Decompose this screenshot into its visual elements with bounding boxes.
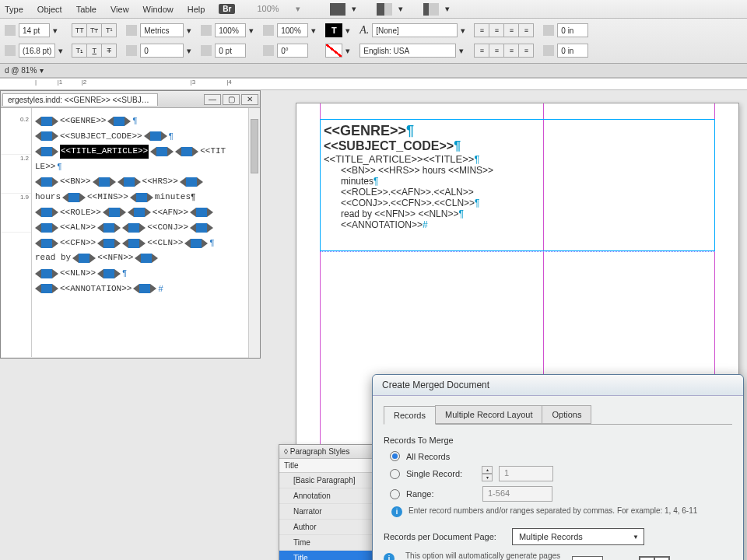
menu-view[interactable]: View [110,5,129,14]
radio-range[interactable] [390,489,400,499]
view-dropdown-arrow[interactable]: ▾ [352,4,356,14]
align-left-button[interactable]: ≡ [474,23,489,37]
story-editor-window: ergestyles.indd: <<GENRE>> <<SUBJECT... … [0,90,261,359]
minimize-button[interactable]: — [204,94,221,105]
font-size-field[interactable]: 14 pt [19,23,50,37]
page-line-readby: read by <<NFN>> <<NLN>>¶ [324,208,711,219]
scrollbar-thumb[interactable] [251,119,258,173]
range-field[interactable]: 1-564 [482,486,552,502]
dropdown-arrow[interactable]: ▾ [345,46,350,56]
tracking-icon [126,45,137,56]
language-field[interactable]: English: USA [359,44,456,58]
tracking-field[interactable]: 0 [140,44,184,58]
dropdown-arrow[interactable]: ▾ [187,46,191,56]
kerning-icon [126,25,137,36]
scrollbar-vertical[interactable] [248,108,260,358]
menu-help[interactable]: Help [188,5,205,14]
strikethrough-button[interactable]: T [101,44,117,58]
style-item[interactable]: Time [279,535,379,551]
hscale-field[interactable]: 100% [277,23,308,37]
tab-multiple-record-layout[interactable]: Multiple Record Layout [435,405,543,424]
bridge-button[interactable]: Br [219,4,235,14]
layout-hint-text: This option will automatically generate … [405,551,561,560]
all-caps-button[interactable]: TT [72,23,87,37]
info-icon: i [391,506,402,517]
zoom-level-label[interactable]: d @ 81% [5,66,37,75]
maximize-button[interactable]: ▢ [223,94,240,105]
radio-all-records[interactable] [390,451,400,461]
dropdown-arrow[interactable]: ▾ [345,26,350,36]
indent-right-field[interactable]: 0 in [557,44,588,58]
dialog-title[interactable]: Create Merged Document [373,375,743,396]
justify-all-button[interactable]: ≡ [518,44,534,58]
justify-center-button[interactable]: ≡ [489,44,504,58]
vscale-icon [201,25,212,36]
zoom-dropdown-arrow[interactable]: ▾ [40,66,44,75]
superscript-button[interactable]: T¹ [101,23,117,37]
dropdown-arrow[interactable]: ▾ [187,26,191,36]
view-dropdown-arrow-2[interactable]: ▾ [398,4,403,14]
menu-table[interactable]: Table [76,5,96,14]
menu-type[interactable]: Type [5,5,23,14]
indent-right-icon [543,45,554,56]
view-dropdown-arrow-3[interactable]: ▾ [445,4,450,14]
text-frame[interactable]: <<GENRE>>¶ <<SUBJECT_CODE>>¶ <<TITLE_ART… [320,119,715,251]
style-item[interactable]: Annotation [279,488,379,504]
dropdown-arrow[interactable]: ▾ [459,46,464,56]
panel-title[interactable]: ◊ Paragraph Styles [279,445,379,459]
radio-single-record[interactable] [390,469,400,479]
dropdown-arrow[interactable]: ▾ [58,46,63,56]
menu-object[interactable]: Object [37,5,62,14]
horizontal-ruler[interactable]: | |1 |2 |3 |4 [0,78,747,90]
dropdown-arrow[interactable]: ▾ [249,26,254,36]
view-icon-2[interactable] [377,3,392,16]
tab-records[interactable]: Records [384,406,436,425]
story-editor-titlebar[interactable]: ergestyles.indd: <<GENRE>> <<SUBJECT... … [1,91,260,108]
dropdown-arrow[interactable]: ▾ [53,26,58,36]
caps-buttons: TTTᴛT¹ [72,22,117,39]
baseline-field[interactable]: 0 pt [215,44,246,58]
hscale-icon [263,25,274,36]
dropdown-arrow[interactable]: ▾ [311,26,316,36]
view-icon-3[interactable] [423,3,439,16]
style-item[interactable]: Author [279,520,379,535]
style-item[interactable]: Narrator [279,504,379,520]
document-tab[interactable]: ergestyles.indd: <<GENRE>> <<SUBJECT... [2,93,158,106]
leading-icon [5,45,16,56]
align-right-button[interactable]: ≡ [503,23,519,37]
vertical-ruler: 0.2 1.2 1.9 [1,108,32,357]
menu-window[interactable]: Window [143,5,174,14]
single-record-spinner[interactable]: ▴▾ [482,466,493,481]
align-center-button[interactable]: ≡ [489,23,504,37]
tab-options[interactable]: Options [542,405,591,424]
justify-button[interactable]: ≡ [518,23,534,37]
zoom-display[interactable]: 100% ▾ [257,4,300,14]
single-record-field[interactable]: 1 [499,466,553,481]
kerning-field[interactable]: Metrics [140,23,184,37]
control-panel: 14 pt▾ (16.8 pt)▾ TTTᴛT¹ T₁TT Metrics▾ 0… [0,19,747,64]
justify-left-button[interactable]: ≡ [474,44,489,58]
layout-diagram: ⊠ layout → 1 2 3 4 merged document [572,556,696,560]
story-editor-content[interactable]: <<GENRE>> ¶<<SUBJECT_CODE>> ¶<<TITLE_ART… [32,108,260,357]
charstyle-icon: A. [359,24,369,37]
style-item[interactable]: [Basic Paragraph] [279,473,379,488]
close-button[interactable]: ✕ [241,94,258,105]
skew-field[interactable]: 0° [277,44,308,58]
style-item[interactable]: Title [279,551,379,560]
underline-button[interactable]: T [86,44,102,58]
indent-left-field[interactable]: 0 in [557,23,588,37]
subscript-button[interactable]: T₁ [72,44,87,58]
paragraph-styles-panel[interactable]: ◊ Paragraph Styles Title [Basic Paragrap… [279,444,380,560]
label-range: Range: [406,489,476,499]
records-per-page-dropdown[interactable]: Multiple Records [512,528,644,545]
charstyle-field[interactable]: [None] [372,23,458,37]
stroke-color-swatch[interactable] [325,44,342,58]
small-caps-button[interactable]: Tᴛ [86,23,102,37]
leading-field[interactable]: (16.8 pt) [19,44,55,58]
vscale-field[interactable]: 100% [215,23,246,37]
current-style-label: Title [279,459,379,473]
justify-right-button[interactable]: ≡ [503,44,519,58]
view-icon-1[interactable] [330,3,345,16]
dropdown-arrow[interactable]: ▾ [461,26,465,36]
fill-color-swatch[interactable]: T [325,23,342,37]
